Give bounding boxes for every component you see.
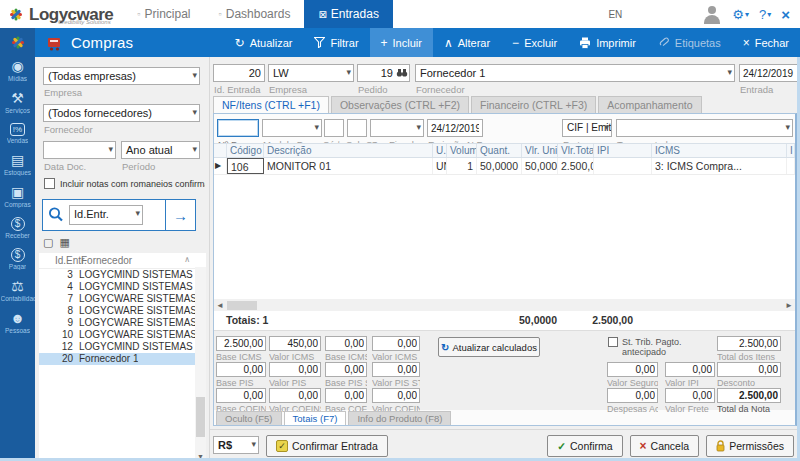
valor-icms-st-input[interactable] bbox=[372, 336, 420, 351]
cell-vlr-unit[interactable]: 50,0000 bbox=[522, 158, 558, 174]
col-vlr-total[interactable]: Vlr.Total bbox=[558, 144, 594, 157]
valor-cofins-input[interactable] bbox=[269, 388, 321, 403]
col-unidade[interactable]: U.. bbox=[433, 144, 447, 157]
cell-quant[interactable]: 50,0000 bbox=[477, 158, 522, 174]
sidebar-item-servicos[interactable]: ⚒ Serviços bbox=[0, 86, 35, 118]
col-id-entr[interactable]: Id.Entr. bbox=[39, 255, 75, 266]
base-icms-st-input[interactable] bbox=[325, 336, 367, 351]
valor-cofins-st-input[interactable] bbox=[372, 388, 420, 403]
language-indicator[interactable]: EN bbox=[608, 9, 622, 20]
binoculars-icon[interactable] bbox=[396, 68, 408, 78]
empresa-select[interactable]: LW bbox=[268, 64, 354, 82]
base-icms-input[interactable] bbox=[216, 336, 266, 351]
list-item-selected[interactable]: 20 Fornecedor 1 bbox=[39, 353, 206, 365]
list-item[interactable]: 8 LOGYCWARE SISTEMAS L bbox=[39, 305, 206, 317]
search-go-button[interactable]: → bbox=[165, 200, 195, 230]
desconto-input[interactable] bbox=[717, 362, 781, 377]
modelo-documento-select[interactable] bbox=[262, 119, 322, 137]
periodo-select[interactable]: Ano atual bbox=[121, 141, 200, 159]
base-cofins-input[interactable] bbox=[216, 388, 266, 403]
cancela-button[interactable]: × Cancela bbox=[630, 435, 700, 457]
valor-pis-st-input[interactable] bbox=[372, 362, 420, 377]
cell-descricao[interactable]: MONITOR 01 bbox=[264, 158, 433, 174]
search-field-select[interactable]: Id.Entr. bbox=[69, 205, 143, 225]
list-item[interactable]: 12 LOGYCMIND SISTEMAS LT bbox=[39, 341, 206, 353]
sidebar-item-estoques[interactable]: ▤ Estoques bbox=[0, 148, 35, 180]
user-avatar[interactable] bbox=[702, 4, 722, 24]
valor-icms-input[interactable] bbox=[269, 336, 321, 351]
cell-vlr-total[interactable]: 2.500,00 bbox=[558, 158, 594, 174]
nav-tab-dashboards[interactable]: ▫ Dashboards bbox=[205, 0, 305, 28]
help-button[interactable]: ? ▾ bbox=[759, 7, 771, 22]
transportadora-select[interactable] bbox=[616, 119, 793, 137]
list-item[interactable]: 9 LOGYCWARE SISTEMAS L bbox=[39, 317, 206, 329]
data-doc-select[interactable] bbox=[43, 141, 116, 159]
col-truncated[interactable]: I bbox=[787, 144, 795, 157]
entrada-date-input[interactable] bbox=[739, 64, 799, 82]
nav-tab-principal[interactable]: ▫ Principal bbox=[123, 0, 204, 28]
alterar-button[interactable]: ∧ Alterar bbox=[433, 28, 501, 57]
list-item[interactable]: 4 LOGYCMIND SISTEMAS LT bbox=[39, 281, 206, 293]
col-ipi[interactable]: IPI bbox=[594, 144, 652, 157]
sidebar-item-pagar[interactable]: $ Pagar bbox=[0, 243, 35, 274]
base-pis-input[interactable] bbox=[216, 362, 266, 377]
list-vertical-scrollbar[interactable]: ▼ bbox=[195, 267, 206, 461]
scroll-right-arrow[interactable]: ► bbox=[785, 301, 795, 310]
imprimir-button[interactable]: Imprimir bbox=[568, 28, 647, 57]
cell-unidade[interactable]: UN bbox=[433, 158, 447, 174]
etiquetas-button[interactable]: Etiquetas bbox=[647, 28, 732, 57]
total-itens-input[interactable] bbox=[717, 336, 781, 351]
cell-ipi[interactable] bbox=[594, 158, 652, 174]
valor-frete-input[interactable] bbox=[665, 388, 715, 403]
sidebar-item-pessoas[interactable]: ☻ Pessoas bbox=[0, 306, 35, 338]
st-trib-checkbox[interactable] bbox=[608, 337, 618, 347]
scroll-left-arrow[interactable]: ◄ bbox=[214, 301, 224, 310]
subtab-info-produto[interactable]: Info do Produto (F8) bbox=[348, 411, 451, 425]
excluir-button[interactable]: − Excluir bbox=[501, 28, 568, 57]
subtab-oculto[interactable]: Oculto (F5) bbox=[216, 411, 282, 425]
atualizar-calculados-button[interactable]: ↻ Atualizar calculados bbox=[438, 337, 540, 357]
confirma-button[interactable]: ✓ Confirma bbox=[547, 435, 622, 457]
sub-s-input[interactable] bbox=[347, 119, 367, 137]
columns-icon[interactable]: ▢ bbox=[43, 236, 53, 249]
tab-acompanhamento[interactable]: Acompanhamento bbox=[598, 96, 701, 113]
cell-volume[interactable]: 1 bbox=[447, 158, 477, 174]
cell-codigo[interactable]: 106 bbox=[227, 158, 264, 174]
fechar-button[interactable]: × Fechar bbox=[732, 28, 800, 57]
list-item[interactable]: 7 LOGYCWARE SISTEMAS L bbox=[39, 293, 206, 305]
base-pis-st-input[interactable] bbox=[325, 362, 367, 377]
col-descricao[interactable]: Descrição bbox=[264, 144, 433, 157]
currency-select[interactable]: R$ bbox=[213, 436, 259, 454]
settings-button[interactable]: ⚙ ▾ bbox=[732, 7, 749, 22]
col-volume[interactable]: Volume bbox=[447, 144, 477, 157]
cell-icms[interactable]: 3: ICMS Compra... bbox=[652, 158, 787, 174]
empresa-filter-select[interactable]: (Todas empresas) bbox=[43, 67, 200, 85]
col-icms[interactable]: ICMS bbox=[652, 144, 787, 157]
romaneios-checkbox[interactable] bbox=[44, 178, 55, 189]
confirmar-entrada-button[interactable]: ✓ Confirmar Entrada bbox=[266, 435, 388, 457]
grid-settings-icon[interactable]: ▦ bbox=[59, 236, 69, 249]
permissoes-button[interactable]: Permissões bbox=[706, 435, 794, 457]
valor-seguro-input[interactable] bbox=[607, 362, 658, 377]
list-item[interactable]: 3 LOGYCMIND SISTEMAS LT bbox=[39, 269, 206, 281]
serie-input[interactable] bbox=[324, 119, 344, 137]
tab-nf-itens[interactable]: NF/Itens (CTRL +F1) bbox=[213, 96, 329, 113]
base-cofins-st-input[interactable] bbox=[325, 388, 367, 403]
subtab-totais[interactable]: Totais (F7) bbox=[284, 411, 347, 425]
sidebar-item-midias[interactable]: ◉ Mídias bbox=[0, 54, 35, 86]
valor-pis-input[interactable] bbox=[269, 362, 321, 377]
scrollbar-thumb[interactable] bbox=[196, 397, 205, 437]
col-quant[interactable]: Quant. bbox=[477, 144, 522, 157]
tab-observacoes[interactable]: Observações (CTRL +F2) bbox=[331, 96, 469, 113]
id-entrada-input[interactable] bbox=[213, 64, 265, 82]
incluir-button[interactable]: + Incluir bbox=[370, 28, 433, 57]
cell-truncated[interactable] bbox=[787, 158, 795, 174]
despesas-aces-input[interactable] bbox=[607, 388, 658, 403]
item-row[interactable]: ▶ 106 MONITOR 01 UN 1 50,0000 50,0000 2.… bbox=[214, 158, 795, 175]
valor-ipi-input[interactable] bbox=[665, 362, 715, 377]
col-vlr-unit[interactable]: Vlr. Unit. bbox=[522, 144, 558, 157]
emissao-nf-input[interactable] bbox=[427, 119, 483, 137]
col-fornecedor[interactable]: Fornecedor bbox=[81, 255, 132, 266]
sidebar-item-contabilidade[interactable]: ⚖ Contabilidade bbox=[0, 274, 35, 306]
sidebar-item-vendas[interactable]: !% Vendas bbox=[0, 118, 35, 148]
